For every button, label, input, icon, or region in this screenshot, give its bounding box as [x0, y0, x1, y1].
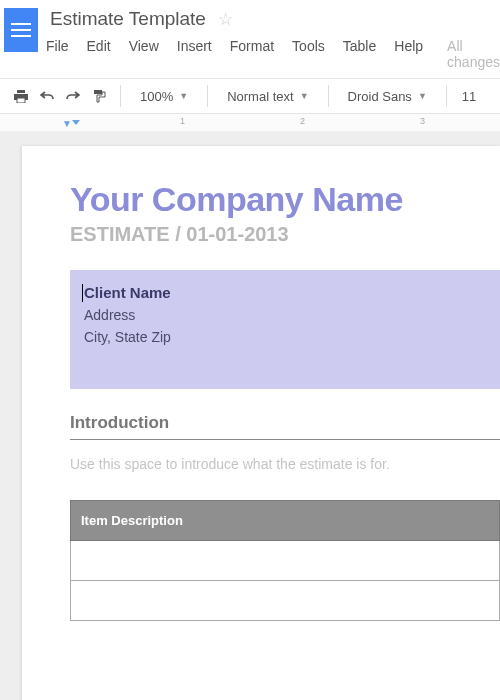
zoom-value: 100% — [140, 89, 173, 104]
menu-bar: File Edit View Insert Format Tools Table… — [46, 32, 500, 78]
docs-app-icon[interactable] — [4, 8, 38, 52]
menu-format[interactable]: Format — [230, 38, 274, 70]
client-box[interactable]: Client Name Address City, State Zip — [70, 270, 500, 389]
svg-rect-5 — [17, 98, 25, 103]
svg-rect-2 — [11, 35, 31, 37]
estimate-date: 01-01-2013 — [186, 223, 288, 245]
ruler[interactable]: ▼ 1 2 3 — [0, 114, 500, 132]
star-icon[interactable]: ☆ — [218, 9, 233, 30]
indent-marker-icon[interactable]: ▼ — [62, 118, 72, 129]
estimate-line[interactable]: ESTIMATE / 01-01-2013 — [70, 223, 500, 246]
font-value: Droid Sans — [348, 89, 412, 104]
undo-icon[interactable] — [36, 85, 58, 107]
separator — [446, 85, 447, 107]
canvas: Your Company Name ESTIMATE / 01-01-2013 … — [0, 132, 500, 700]
chevron-down-icon: ▼ — [179, 91, 188, 101]
svg-rect-1 — [11, 29, 31, 31]
style-value: Normal text — [227, 89, 293, 104]
ruler-tick: 3 — [420, 116, 425, 126]
svg-rect-6 — [94, 90, 102, 94]
indent-handle-icon[interactable] — [72, 120, 80, 125]
redo-icon[interactable] — [62, 85, 84, 107]
separator — [328, 85, 329, 107]
intro-heading[interactable]: Introduction — [70, 413, 500, 433]
style-select[interactable]: Normal text▼ — [218, 86, 317, 107]
estimate-sep: / — [170, 223, 187, 245]
svg-rect-3 — [17, 90, 25, 93]
menu-table[interactable]: Table — [343, 38, 376, 70]
chevron-down-icon: ▼ — [300, 91, 309, 101]
client-address[interactable]: Address — [84, 307, 486, 323]
company-name[interactable]: Your Company Name — [70, 180, 500, 219]
document-title[interactable]: Estimate Template — [46, 6, 210, 32]
font-size-value: 11 — [462, 89, 476, 104]
items-table[interactable]: Item Description — [70, 500, 500, 621]
client-city-state[interactable]: City, State Zip — [84, 329, 486, 345]
menu-edit[interactable]: Edit — [87, 38, 111, 70]
ruler-tick: 2 — [300, 116, 305, 126]
save-status: All changes — [447, 38, 500, 70]
font-size-select[interactable]: 11 — [457, 86, 481, 107]
ruler-tick: 1 — [180, 116, 185, 126]
table-row[interactable] — [71, 541, 500, 581]
svg-rect-0 — [11, 23, 31, 25]
menu-insert[interactable]: Insert — [177, 38, 212, 70]
font-select[interactable]: Droid Sans▼ — [339, 86, 436, 107]
menu-tools[interactable]: Tools — [292, 38, 325, 70]
intro-body[interactable]: Use this space to introduce what the est… — [70, 456, 500, 472]
toolbar: 100%▼ Normal text▼ Droid Sans▼ 11 — [0, 78, 500, 114]
zoom-select[interactable]: 100%▼ — [131, 86, 197, 107]
estimate-label: ESTIMATE — [70, 223, 170, 245]
document-page[interactable]: Your Company Name ESTIMATE / 01-01-2013 … — [22, 146, 500, 700]
paint-format-icon[interactable] — [88, 85, 110, 107]
intro-divider — [70, 439, 500, 440]
separator — [120, 85, 121, 107]
client-name[interactable]: Client Name — [84, 284, 486, 301]
separator — [207, 85, 208, 107]
menu-help[interactable]: Help — [394, 38, 423, 70]
print-icon[interactable] — [10, 85, 32, 107]
menu-view[interactable]: View — [129, 38, 159, 70]
col-item-description[interactable]: Item Description — [71, 501, 500, 541]
menu-file[interactable]: File — [46, 38, 69, 70]
chevron-down-icon: ▼ — [418, 91, 427, 101]
table-row[interactable] — [71, 581, 500, 621]
